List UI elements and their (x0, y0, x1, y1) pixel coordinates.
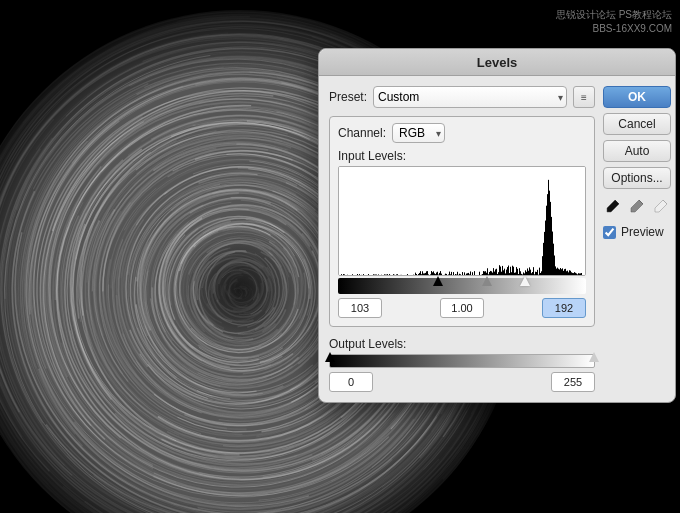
eyedropper-row (603, 196, 671, 216)
ok-button[interactable]: OK (603, 86, 671, 108)
input-white-handle[interactable] (520, 276, 530, 286)
preset-row: Preset: Custom ≡ (329, 86, 595, 108)
channel-select[interactable]: RGB (392, 123, 445, 143)
dialog-buttons: OK Cancel Auto Options... (603, 86, 671, 392)
options-button[interactable]: Options... (603, 167, 671, 189)
output-white-handle[interactable] (589, 352, 599, 362)
input-slider[interactable] (338, 278, 586, 294)
output-slider[interactable] (329, 354, 595, 368)
channel-select-wrapper: RGB (392, 123, 445, 143)
black-eyedropper-icon[interactable] (603, 196, 623, 216)
output-black-handle[interactable] (325, 352, 335, 362)
output-black-value[interactable] (329, 372, 373, 392)
dialog-main-content: Preset: Custom ≡ Channel: RGB (329, 86, 595, 392)
preview-label[interactable]: Preview (621, 225, 664, 239)
output-levels-label: Output Levels: (329, 337, 595, 351)
output-values-row (329, 372, 595, 392)
input-values-row (338, 298, 586, 318)
cancel-button[interactable]: Cancel (603, 113, 671, 135)
preset-select[interactable]: Custom (373, 86, 567, 108)
histogram-canvas (339, 167, 585, 276)
channel-section: Channel: RGB Input Levels: (329, 116, 595, 327)
input-mid-handle[interactable] (482, 276, 492, 286)
input-mid-value[interactable] (440, 298, 484, 318)
auto-button[interactable]: Auto (603, 140, 671, 162)
channel-label: Channel: (338, 126, 386, 140)
input-black-handle[interactable] (433, 276, 443, 286)
input-white-value[interactable] (542, 298, 586, 318)
histogram (338, 166, 586, 276)
white-eyedropper-icon[interactable] (651, 196, 671, 216)
preset-menu-icon: ≡ (581, 92, 587, 103)
watermark: 思锐设计论坛 PS教程论坛 BBS-16XX9.COM (556, 8, 672, 36)
preset-select-wrapper: Custom (373, 86, 567, 108)
preset-label: Preset: (329, 90, 367, 104)
preview-row: Preview (603, 225, 671, 239)
output-section: Output Levels: (329, 337, 595, 392)
preview-checkbox[interactable] (603, 226, 616, 239)
input-levels-label: Input Levels: (338, 149, 586, 163)
dialog-title: Levels (319, 49, 675, 76)
gray-eyedropper-icon[interactable] (627, 196, 647, 216)
preset-options-button[interactable]: ≡ (573, 86, 595, 108)
levels-dialog: Levels Preset: Custom ≡ Channel: (318, 48, 676, 403)
output-white-value[interactable] (551, 372, 595, 392)
channel-row: Channel: RGB (338, 123, 586, 143)
input-black-value[interactable] (338, 298, 382, 318)
